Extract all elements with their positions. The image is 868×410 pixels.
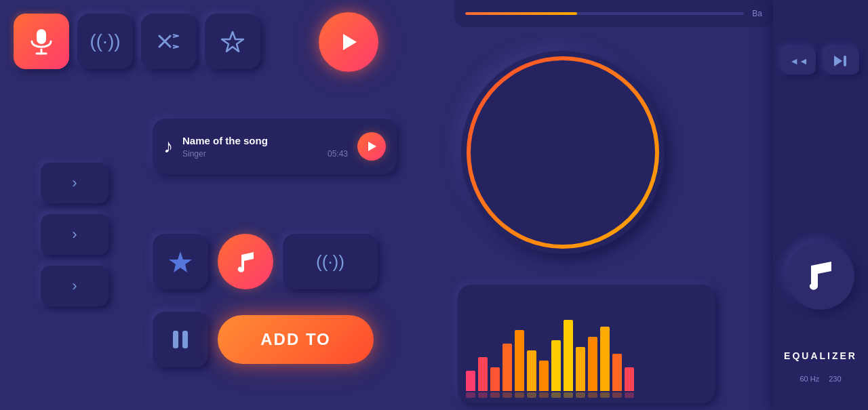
- eq-bar-13: [612, 354, 622, 398]
- svg-marker-5: [368, 142, 376, 151]
- mic-icon: [29, 28, 54, 55]
- eq-bar-6: [527, 350, 536, 398]
- progress-label: Ba: [752, 9, 762, 18]
- radio-wave-icon: ((·)): [316, 251, 344, 272]
- eq-bar-7: [539, 361, 549, 398]
- eq-bar-1: [466, 371, 475, 398]
- chevron-right-icon-1: ›: [72, 174, 77, 192]
- right-panel: ◄◄ EQUALIZER 60 Hz 230: [773, 0, 868, 410]
- eq-bar-12: [600, 327, 610, 398]
- star-icon: [221, 30, 244, 52]
- song-note-icon: ♪: [163, 136, 173, 157]
- eq-bar-3: [490, 367, 500, 398]
- shuffle-button[interactable]: [141, 14, 197, 69]
- top-play-button[interactable]: [319, 12, 378, 72]
- favorite-button[interactable]: [205, 14, 260, 69]
- freq-2: 230: [829, 375, 841, 383]
- eq-bar-5: [515, 330, 524, 398]
- eq-bar-8: [551, 340, 561, 398]
- arrow-button-1[interactable]: ›: [41, 163, 108, 203]
- song-play-button[interactable]: [357, 132, 386, 161]
- eq-bar-9: [564, 320, 573, 398]
- big-mic-container: [461, 51, 665, 254]
- add-to-label: ADD TO: [260, 330, 331, 349]
- eq-bar-2: [478, 357, 488, 398]
- progress-bar-outer: [465, 12, 744, 15]
- song-info: Name of the song Singer 05:43: [182, 135, 348, 159]
- song-card: ♪ Name of the song Singer 05:43: [153, 119, 397, 174]
- music-note-button[interactable]: [218, 234, 273, 289]
- top-icon-group: ((·)): [14, 14, 260, 69]
- add-to-button[interactable]: ADD TO: [218, 315, 374, 364]
- eq-label: EQUALIZER: [784, 350, 857, 361]
- music-note-big-icon: [806, 259, 835, 293]
- radio-button[interactable]: ((·)): [77, 14, 133, 69]
- big-mic-ring: [467, 56, 659, 249]
- music-note-big-button[interactable]: [787, 242, 854, 310]
- song-play-icon: [366, 141, 377, 152]
- progress-card: Ba: [454, 0, 773, 27]
- skip-icon: [834, 54, 850, 68]
- progress-bar-fill: [465, 12, 577, 15]
- radio-icon: ((·)): [90, 30, 120, 52]
- pause-icon: [172, 329, 189, 350]
- favorite-filled-button[interactable]: [153, 234, 208, 289]
- eq-bar-11: [588, 337, 597, 398]
- song-title: Name of the song: [182, 135, 348, 146]
- svg-rect-13: [844, 56, 846, 66]
- arrow-button-2[interactable]: ›: [41, 214, 108, 255]
- svg-marker-3: [222, 32, 243, 52]
- rewind-icon: ◄◄: [789, 56, 808, 66]
- svg-rect-7: [173, 331, 178, 348]
- song-sub: Singer 05:43: [182, 149, 348, 159]
- mic-button[interactable]: [14, 14, 69, 69]
- skip-button[interactable]: [825, 47, 859, 75]
- eq-freqs: 60 Hz 230: [800, 375, 841, 383]
- playback-controls: ◄◄: [782, 47, 859, 75]
- action-row: ADD TO: [153, 312, 374, 367]
- svg-marker-12: [834, 56, 842, 66]
- radio-wave-button[interactable]: ((·)): [283, 234, 378, 289]
- rewind-button[interactable]: ◄◄: [782, 47, 816, 75]
- equalizer-container: [458, 285, 715, 403]
- svg-marker-6: [169, 251, 192, 272]
- star-filled-icon: [168, 250, 193, 273]
- freq-1: 60 Hz: [800, 375, 819, 383]
- eq-bars-group: [466, 295, 707, 398]
- song-singer: Singer: [182, 149, 206, 159]
- svg-marker-4: [343, 34, 357, 50]
- song-duration: 05:43: [328, 149, 348, 159]
- chevron-right-icon-3: ›: [72, 277, 77, 295]
- side-arrows-group: › › ›: [41, 163, 108, 306]
- arrow-button-3[interactable]: ›: [41, 266, 108, 306]
- chevron-right-icon-2: ›: [72, 226, 77, 243]
- play-icon: [339, 33, 358, 52]
- bottom-row: ((·)): [153, 234, 378, 289]
- eq-bar-4: [502, 344, 512, 398]
- music-note-icon: [235, 249, 256, 274]
- svg-rect-8: [182, 331, 188, 348]
- big-mic-outer[interactable]: [461, 51, 665, 254]
- svg-rect-0: [37, 29, 46, 44]
- eq-bar-10: [576, 347, 585, 398]
- eq-bar-14: [625, 367, 634, 398]
- shuffle-icon: [158, 32, 180, 51]
- pause-button[interactable]: [153, 312, 208, 367]
